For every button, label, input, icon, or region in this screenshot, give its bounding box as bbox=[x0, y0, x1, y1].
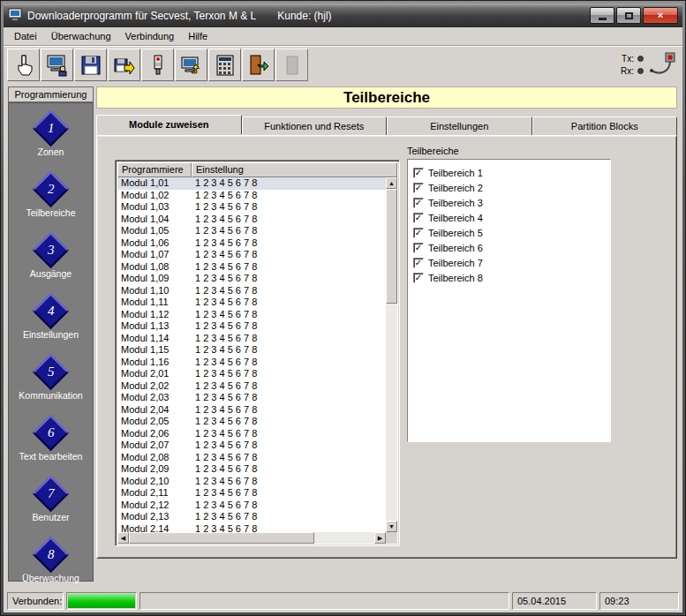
tab-partition-blocks[interactable]: Partition Blocks bbox=[532, 116, 678, 135]
sidebar-item-text-bearbeiten[interactable]: 6Text bearbeiten bbox=[9, 413, 93, 474]
module-row[interactable]: Modul 2,101 2 3 4 5 6 7 8 bbox=[117, 476, 386, 488]
tab-funktionen-und-resets[interactable]: Funktionen und Resets bbox=[242, 116, 388, 135]
module-setting: 1 2 3 4 5 6 7 8 bbox=[192, 297, 257, 309]
checkbox-icon[interactable]: ✓ bbox=[413, 168, 424, 178]
sidebar-item-kommunikation[interactable]: 5Kommunikation bbox=[9, 352, 93, 413]
checkbox-icon[interactable]: ✓ bbox=[413, 198, 424, 208]
module-row[interactable]: Modul 1,051 2 3 4 5 6 7 8 bbox=[117, 225, 386, 237]
module-row[interactable]: Modul 1,011 2 3 4 5 6 7 8 bbox=[117, 177, 386, 190]
scroll-right-button[interactable]: ▶ bbox=[374, 532, 386, 544]
menu-item-datei[interactable]: Datei bbox=[7, 29, 44, 43]
module-name: Modul 1,11 bbox=[117, 297, 192, 309]
send-button[interactable] bbox=[175, 49, 207, 81]
device-button[interactable] bbox=[141, 49, 174, 81]
module-row[interactable]: Modul 1,071 2 3 4 5 6 7 8 bbox=[117, 249, 386, 261]
menu-item-hilfe[interactable]: Hilfe bbox=[181, 29, 215, 43]
horizontal-scrollbar[interactable]: ◀ ▶ bbox=[117, 532, 386, 544]
blank-button bbox=[275, 49, 308, 81]
module-row[interactable]: Modul 2,091 2 3 4 5 6 7 8 bbox=[117, 463, 386, 476]
vertical-scrollbar[interactable]: ▲ ▼ bbox=[386, 177, 397, 532]
door-exit-icon bbox=[247, 54, 270, 77]
module-row[interactable]: Modul 2,131 2 3 4 5 6 7 8 bbox=[117, 511, 386, 523]
module-row[interactable]: Modul 2,041 2 3 4 5 6 7 8 bbox=[117, 404, 386, 417]
menu-item-uberwachung[interactable]: Überwachung bbox=[44, 29, 118, 43]
partition-item-teilbereich-4[interactable]: ✓Teilbereich 4 bbox=[413, 210, 605, 225]
scroll-down-button[interactable]: ▼ bbox=[386, 521, 397, 532]
partition-item-teilbereich-3[interactable]: ✓Teilbereich 3 bbox=[413, 195, 605, 210]
module-row[interactable]: Modul 2,081 2 3 4 5 6 7 8 bbox=[117, 452, 386, 464]
module-row[interactable]: Modul 2,031 2 3 4 5 6 7 8 bbox=[117, 392, 386, 404]
calculator-button[interactable] bbox=[208, 49, 241, 81]
vertical-scroll-thumb[interactable] bbox=[386, 189, 397, 304]
partition-item-teilbereich-8[interactable]: ✓Teilbereich 8 bbox=[413, 270, 605, 285]
partition-item-teilbereich-1[interactable]: ✓Teilbereich 1 bbox=[413, 165, 605, 180]
title-bar[interactable]: Downloaderprogramm für Secvest, Terxon M… bbox=[4, 4, 682, 27]
exit-button[interactable] bbox=[242, 49, 275, 81]
module-row[interactable]: Modul 1,111 2 3 4 5 6 7 8 bbox=[117, 297, 386, 309]
module-row[interactable]: Modul 1,091 2 3 4 5 6 7 8 bbox=[117, 273, 386, 285]
import-button[interactable] bbox=[108, 49, 140, 81]
checkbox-icon[interactable]: ✓ bbox=[413, 183, 424, 193]
module-row[interactable]: Modul 2,111 2 3 4 5 6 7 8 bbox=[117, 487, 386, 500]
partition-item-teilbereich-7[interactable]: ✓Teilbereich 7 bbox=[413, 255, 605, 270]
module-row[interactable]: Modul 1,031 2 3 4 5 6 7 8 bbox=[117, 201, 386, 214]
module-row[interactable]: Modul 2,011 2 3 4 5 6 7 8 bbox=[117, 368, 386, 380]
minimize-button[interactable] bbox=[590, 7, 614, 24]
module-row[interactable]: Modul 1,121 2 3 4 5 6 7 8 bbox=[117, 309, 386, 321]
save-button[interactable] bbox=[74, 49, 107, 81]
module-row[interactable]: Modul 1,041 2 3 4 5 6 7 8 bbox=[117, 214, 386, 226]
module-row[interactable]: Modul 2,021 2 3 4 5 6 7 8 bbox=[117, 380, 386, 393]
checkbox-icon[interactable]: ✓ bbox=[413, 273, 424, 283]
partitions-panel: ✓Teilbereich 1✓Teilbereich 2✓Teilbereich… bbox=[407, 159, 611, 442]
checkbox-icon[interactable]: ✓ bbox=[413, 213, 424, 223]
column-header-programmiere[interactable]: Programmiere bbox=[117, 162, 192, 177]
module-row[interactable]: Modul 2,141 2 3 4 5 6 7 8 bbox=[117, 523, 386, 533]
sidebar: Programmierung 1Zonen2Teilbereiche3Ausgä… bbox=[8, 86, 94, 582]
scroll-up-button[interactable]: ▲ bbox=[386, 177, 397, 189]
column-header-einstellung[interactable]: Einstellung bbox=[192, 162, 397, 177]
module-row[interactable]: Modul 1,061 2 3 4 5 6 7 8 bbox=[117, 237, 386, 250]
horizontal-scroll-thumb[interactable] bbox=[129, 532, 314, 544]
customer-data-button[interactable] bbox=[41, 49, 73, 81]
module-row[interactable]: Modul 1,141 2 3 4 5 6 7 8 bbox=[117, 333, 386, 345]
module-row[interactable]: Modul 1,131 2 3 4 5 6 7 8 bbox=[117, 320, 386, 333]
module-name: Modul 1,03 bbox=[117, 201, 192, 214]
connect-button[interactable] bbox=[7, 49, 40, 81]
connection-status-label: Verbunden: bbox=[7, 592, 64, 610]
maximize-button[interactable] bbox=[616, 7, 641, 24]
tab-einstellungen[interactable]: Einstellungen bbox=[387, 116, 532, 135]
scroll-left-button[interactable]: ◀ bbox=[117, 532, 129, 544]
menu-item-verbindung[interactable]: Verbindung bbox=[118, 29, 182, 43]
module-row[interactable]: Modul 1,161 2 3 4 5 6 7 8 bbox=[117, 357, 386, 369]
sidebar-item-benutzer[interactable]: 7Benutzer bbox=[9, 474, 93, 535]
sidebar-item-einstellungen[interactable]: 4Einstellungen bbox=[9, 291, 93, 352]
sidebar-item-label: Überwachung bbox=[22, 573, 79, 583]
scrollbar-corner bbox=[386, 532, 397, 544]
checkbox-icon[interactable]: ✓ bbox=[413, 258, 424, 268]
close-button[interactable]: × bbox=[643, 7, 678, 24]
module-row[interactable]: Modul 2,051 2 3 4 5 6 7 8 bbox=[117, 416, 386, 428]
partition-item-teilbereich-2[interactable]: ✓Teilbereich 2 bbox=[413, 180, 605, 195]
sidebar-item-teilbereiche[interactable]: 2Teilbereiche bbox=[9, 169, 93, 230]
module-name: Modul 1,02 bbox=[117, 190, 192, 202]
module-row[interactable]: Modul 2,071 2 3 4 5 6 7 8 bbox=[117, 439, 386, 452]
checkbox-icon[interactable]: ✓ bbox=[413, 243, 424, 253]
module-list-header: Programmiere Einstellung bbox=[117, 162, 397, 177]
checkbox-icon[interactable]: ✓ bbox=[413, 228, 424, 238]
sidebar-item-zonen[interactable]: 1Zonen bbox=[9, 109, 93, 169]
module-row[interactable]: Modul 1,021 2 3 4 5 6 7 8 bbox=[117, 190, 386, 202]
module-setting: 1 2 3 4 5 6 7 8 bbox=[192, 344, 257, 357]
module-setting: 1 2 3 4 5 6 7 8 bbox=[192, 463, 257, 476]
module-row[interactable]: Modul 2,121 2 3 4 5 6 7 8 bbox=[117, 500, 386, 512]
module-row[interactable]: Modul 2,061 2 3 4 5 6 7 8 bbox=[117, 428, 386, 440]
sidebar-item-ausgange[interactable]: 3Ausgänge bbox=[9, 230, 93, 291]
sidebar-item-uberwachung[interactable]: 8Überwachung bbox=[9, 535, 93, 596]
partition-item-teilbereich-5[interactable]: ✓Teilbereich 5 bbox=[413, 225, 605, 240]
partition-item-teilbereich-6[interactable]: ✓Teilbereich 6 bbox=[413, 240, 605, 255]
module-row[interactable]: Modul 1,081 2 3 4 5 6 7 8 bbox=[117, 261, 386, 274]
module-row[interactable]: Modul 1,101 2 3 4 5 6 7 8 bbox=[117, 285, 386, 297]
txrx-indicators: Tx: Rx: bbox=[621, 50, 679, 80]
module-row[interactable]: Modul 1,151 2 3 4 5 6 7 8 bbox=[117, 344, 386, 357]
module-name: Modul 1,15 bbox=[117, 344, 192, 357]
tab-module-zuweisen[interactable]: Module zuweisen bbox=[96, 115, 242, 135]
